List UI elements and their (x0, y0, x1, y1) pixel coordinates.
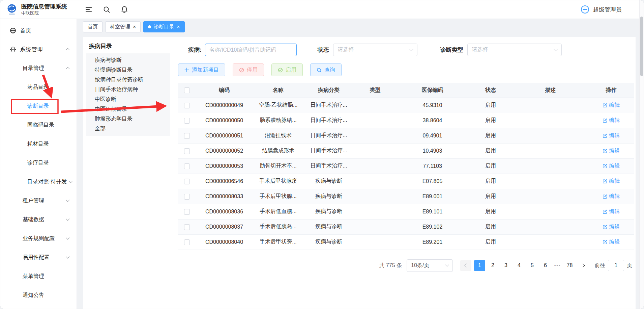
tabbar: 首页 科室管理 × 诊断目录 × (83, 21, 185, 32)
close-icon[interactable]: × (133, 24, 136, 30)
sidebar-item-tenant-mgmt[interactable]: 租户管理 (0, 191, 77, 210)
filter-row: 疾病: 状态 请选择 诊断类型 请选择 (188, 44, 632, 56)
table-row: CD0000000051 泪道挂线术 日间手术治疗... 09.4901 启用 … (178, 128, 634, 143)
sidebar-item-notice[interactable]: 通知公告 (0, 286, 77, 305)
sidebar-item-treatment-catalog[interactable]: 诊疗目录 (0, 153, 77, 172)
page-number-5[interactable]: 5 (527, 260, 538, 271)
row-checkbox[interactable] (184, 163, 190, 169)
row-checkbox[interactable] (184, 148, 190, 154)
goto-page-input[interactable] (608, 260, 624, 271)
row-checkbox[interactable] (184, 103, 190, 108)
cell-description (513, 204, 588, 219)
enable-button[interactable]: 启用 (271, 63, 303, 76)
sidebar-item-menu-mgmt[interactable]: 菜单管理 (0, 267, 77, 286)
tree-item-disease-diagnosis[interactable]: 疾病与诊断 (86, 55, 170, 65)
next-page-button[interactable] (578, 260, 589, 271)
sidebar-item-label: 目录对照-待开发 (27, 178, 67, 185)
sidebar-item-catalog-mapping[interactable]: 目录对照-待开发 (0, 172, 77, 191)
tree-item-tcm-diagnosis[interactable]: 中医诊断 (86, 94, 170, 104)
tab-department-mgmt[interactable]: 科室管理 × (105, 21, 141, 32)
edit-button[interactable]: 编辑 (603, 132, 620, 139)
sidebar-item-business-rules[interactable]: 业务规则配置 (0, 229, 77, 248)
page-number-6[interactable]: 6 (540, 260, 551, 271)
cell-name: 手术后低胰岛... (253, 219, 303, 234)
query-button[interactable]: 查询 (310, 63, 342, 76)
edit-button[interactable]: 编辑 (603, 223, 620, 230)
edit-label: 编辑 (609, 147, 620, 154)
cell-status: 启用 (469, 204, 513, 219)
scrollbar-thumb[interactable] (640, 17, 643, 76)
row-checkbox[interactable] (184, 239, 190, 245)
collapse-menu-icon[interactable] (85, 6, 92, 13)
row-checkbox[interactable] (184, 209, 190, 215)
edit-button[interactable]: 编辑 (603, 238, 620, 246)
tree-item-day-surgery[interactable]: 日间手术治疗病种 (86, 84, 170, 94)
sidebar-item-diagnosis-catalog[interactable]: 诊断目录 (0, 97, 77, 115)
tree-item-pay-by-disease[interactable]: 按病种目录付费诊断 (86, 75, 170, 84)
edit-icon (603, 239, 608, 244)
status-select[interactable]: 请选择 (333, 44, 417, 56)
table-row: CD0000008037 手术后低胰岛... 疾病与诊断 E89.102 启用 … (178, 219, 634, 234)
cell-code: CD0000008037 (196, 219, 253, 234)
page-number-2[interactable]: 2 (487, 260, 498, 271)
search-icon[interactable] (103, 6, 110, 13)
edit-button[interactable]: 编辑 (603, 208, 620, 215)
prev-page-button[interactable] (460, 260, 471, 271)
tree-item-all[interactable]: 全部 (86, 124, 170, 133)
sidebar-item-national-code-catalog[interactable]: 国临码目录 (0, 115, 77, 134)
page-number-last[interactable]: 78 (564, 260, 575, 271)
sidebar-item-consumables-catalog[interactable]: 耗材目录 (0, 134, 77, 153)
edit-label: 编辑 (609, 132, 620, 139)
column-header-actions: 操作 (588, 83, 634, 98)
sidebar-item-home[interactable]: 首页 (0, 21, 77, 40)
edit-button[interactable]: 编辑 (603, 147, 620, 154)
row-checkbox[interactable] (184, 179, 190, 184)
row-checkbox[interactable] (184, 194, 190, 200)
notification-bell-icon[interactable] (121, 6, 128, 13)
tab-diagnosis-catalog[interactable]: 诊断目录 × (143, 21, 184, 32)
tree-item-tumor-morphology[interactable]: 肿瘤形态学目录 (86, 114, 170, 124)
edit-button[interactable]: 编辑 (603, 117, 620, 124)
row-checkbox[interactable] (184, 118, 190, 124)
page-number-4[interactable]: 4 (514, 260, 525, 271)
cell-description (513, 234, 588, 250)
sidebar-item-drug-catalog[interactable]: 药品目录 (0, 78, 77, 97)
diagnosis-type-select[interactable]: 请选择 (467, 44, 562, 56)
row-checkbox[interactable] (184, 133, 190, 139)
disease-search-input[interactable] (209, 47, 292, 53)
chevron-down-icon (66, 255, 69, 258)
tree-item-tcm-syndrome[interactable]: 中医证候目录 (86, 104, 170, 114)
diagnosis-type-filter-label: 诊断类型 (440, 46, 463, 54)
edit-button[interactable]: 编辑 (603, 178, 620, 185)
tree-item-chronic-disease[interactable]: 特慢病诊断目录 (86, 65, 170, 75)
sidebar-item-system-mgmt[interactable]: 系统管理 (0, 40, 77, 59)
edit-button[interactable]: 编辑 (603, 162, 620, 170)
table-row: CD0000000050 肠系膜动脉结... 日间手术治疗... 38.8604… (178, 113, 634, 128)
page-size-select[interactable]: 10条/页 (407, 259, 453, 272)
tab-home[interactable]: 首页 (83, 21, 103, 32)
cell-status: 启用 (469, 189, 513, 204)
page-number-1[interactable]: 1 (474, 260, 485, 271)
edit-button[interactable]: 编辑 (603, 102, 620, 109)
cell-category: 日间手术治疗... (303, 113, 354, 128)
page-number-3[interactable]: 3 (500, 260, 511, 271)
user-area[interactable]: 超级管理员 (580, 5, 639, 14)
row-checkbox[interactable] (184, 224, 190, 230)
sidebar-item-basic-data[interactable]: 基础数据 (0, 210, 77, 229)
select-all-checkbox[interactable] (184, 87, 190, 93)
sidebar-item-catalog-mgmt[interactable]: 目录管理 (0, 59, 77, 78)
cell-category: 疾病与诊断 (303, 219, 354, 234)
sidebar-item-label: 目录管理 (23, 65, 44, 72)
disable-button[interactable]: 停用 (233, 63, 264, 76)
cell-type (354, 113, 396, 128)
add-item-button[interactable]: 添加新项目 (178, 63, 225, 76)
sidebar-item-usability-config[interactable]: 易用性配置 (0, 248, 77, 267)
cell-description (513, 98, 588, 113)
tab-label: 科室管理 (110, 24, 130, 30)
toolbar: 添加新项目 停用 启用 (178, 63, 632, 76)
more-pages-ellipsis[interactable]: ••• (552, 263, 563, 268)
close-icon[interactable]: × (177, 24, 180, 30)
edit-button[interactable]: 编辑 (603, 193, 620, 200)
cell-code: CD0000000051 (196, 128, 253, 143)
edit-label: 编辑 (609, 162, 620, 170)
